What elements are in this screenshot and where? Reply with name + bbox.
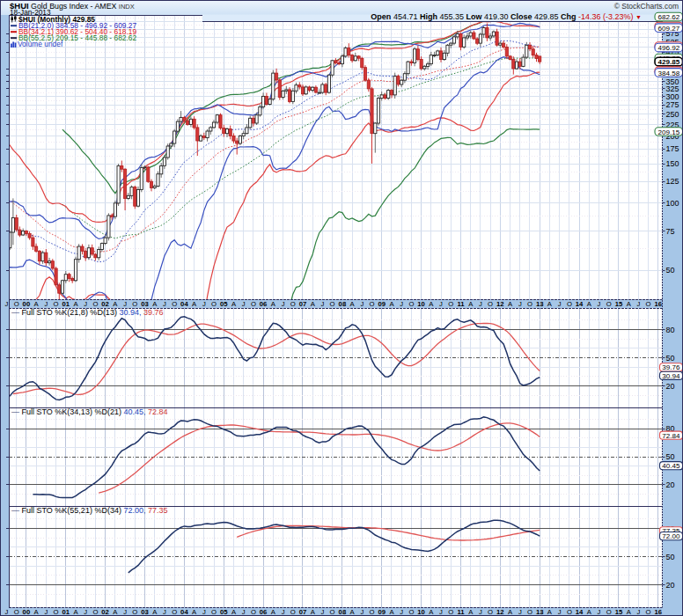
svg-text:J: J [5, 300, 9, 308]
svg-text:08: 08 [339, 300, 347, 308]
svg-text:30.94: 30.94 [662, 372, 680, 380]
svg-text:16: 16 [655, 608, 663, 616]
svg-text:Open 454.71 High 455.35 Low 41: Open 454.71 High 455.35 Low 419.30 Close… [371, 12, 642, 21]
svg-text:O: O [370, 300, 375, 308]
svg-text:50: 50 [666, 452, 675, 461]
svg-text:01: 01 [62, 608, 70, 616]
svg-text:O: O [290, 300, 296, 308]
svg-text:02: 02 [101, 608, 109, 616]
svg-text:A: A [468, 300, 474, 308]
svg-text:O: O [567, 608, 572, 616]
svg-text:J: J [518, 608, 522, 616]
svg-text:J: J [282, 608, 285, 616]
svg-text:A: A [231, 300, 237, 308]
svg-text:O: O [330, 608, 335, 616]
svg-text:J: J [400, 608, 403, 616]
svg-text:250: 250 [666, 110, 679, 119]
svg-text:A: A [547, 300, 553, 308]
svg-text:J: J [84, 608, 87, 616]
svg-text:O: O [251, 300, 256, 308]
svg-text:10: 10 [417, 608, 425, 616]
svg-text:04: 04 [180, 608, 188, 616]
svg-text:A: A [389, 300, 394, 308]
svg-text:O: O [211, 608, 217, 616]
svg-text:A: A [350, 300, 356, 308]
svg-text:J: J [84, 300, 87, 308]
svg-text:O: O [14, 300, 19, 308]
svg-text:J: J [123, 300, 127, 308]
svg-text:275: 275 [666, 100, 679, 109]
svg-text:— Full STO %K(21,8) %D(13) 30.: — Full STO %K(21,8) %D(13) 30.94, 39.76 [11, 308, 163, 317]
svg-text:06: 06 [260, 608, 268, 616]
svg-text:J: J [479, 300, 482, 308]
svg-text:J: J [558, 300, 562, 308]
svg-text:00: 00 [23, 300, 31, 308]
svg-text:J: J [242, 300, 246, 308]
svg-text:J: J [202, 300, 206, 308]
svg-text:A: A [429, 608, 434, 616]
svg-text:A: A [152, 608, 158, 616]
svg-text:10: 10 [417, 300, 425, 308]
svg-text:12: 12 [496, 300, 504, 308]
svg-text:A: A [34, 300, 40, 308]
svg-text:O: O [211, 300, 217, 308]
svg-text:15: 15 [615, 608, 623, 616]
svg-text:39.76: 39.76 [662, 363, 680, 371]
svg-text:J: J [282, 300, 285, 308]
svg-text:384.58: 384.58 [657, 70, 679, 77]
svg-text:72.00: 72.00 [662, 532, 680, 540]
svg-text:O: O [527, 608, 532, 616]
svg-text:14: 14 [576, 300, 584, 308]
svg-text:A: A [73, 608, 78, 616]
svg-text:300: 300 [666, 92, 679, 101]
svg-text:00: 00 [23, 608, 31, 616]
svg-text:04: 04 [180, 300, 188, 308]
svg-text:A: A [192, 300, 197, 308]
svg-text:72.84: 72.84 [662, 432, 680, 440]
svg-text:A: A [231, 608, 237, 616]
svg-text:50: 50 [666, 553, 675, 561]
svg-text:J: J [439, 608, 443, 616]
svg-text:496.92: 496.92 [657, 44, 679, 52]
svg-text:80: 80 [666, 326, 675, 334]
svg-text:A: A [587, 608, 592, 616]
svg-text:J: J [439, 300, 443, 308]
svg-text:609.27: 609.27 [657, 25, 679, 33]
svg-text:J: J [44, 300, 48, 308]
svg-text:20: 20 [666, 382, 675, 391]
svg-text:429.85: 429.85 [657, 58, 679, 66]
svg-text:209.15: 209.15 [657, 128, 679, 136]
svg-text:J: J [636, 300, 640, 308]
svg-text:J: J [44, 608, 48, 616]
svg-text:50: 50 [666, 354, 675, 363]
svg-text:J: J [636, 608, 640, 616]
svg-text:03: 03 [141, 300, 149, 308]
svg-text:O: O [488, 300, 493, 308]
svg-text:12: 12 [496, 608, 504, 616]
svg-text:O: O [448, 608, 453, 616]
svg-text:O: O [448, 300, 453, 308]
svg-text:J: J [320, 300, 324, 308]
svg-text:09: 09 [378, 608, 386, 616]
svg-text:01: 01 [62, 300, 70, 308]
svg-text:J: J [360, 300, 364, 308]
svg-text:A: A [271, 300, 276, 308]
svg-text:O: O [92, 608, 98, 616]
svg-text:© StockCharts.com: © StockCharts.com [614, 2, 679, 11]
svg-text:08: 08 [339, 608, 347, 616]
svg-text:07: 07 [299, 300, 307, 308]
svg-text:J: J [558, 608, 562, 616]
svg-text:J: J [320, 608, 324, 616]
svg-text:13: 13 [536, 608, 544, 616]
svg-text:A: A [389, 608, 394, 616]
svg-text:20: 20 [666, 581, 675, 590]
svg-text:O: O [14, 608, 19, 616]
svg-text:20: 20 [666, 480, 675, 489]
svg-text:J: J [123, 608, 127, 616]
svg-text:175: 175 [666, 144, 679, 153]
svg-text:O: O [132, 300, 137, 308]
svg-text:O: O [370, 608, 375, 616]
svg-text:11: 11 [457, 608, 465, 616]
svg-text:A: A [587, 300, 592, 308]
svg-text:A: A [508, 300, 513, 308]
